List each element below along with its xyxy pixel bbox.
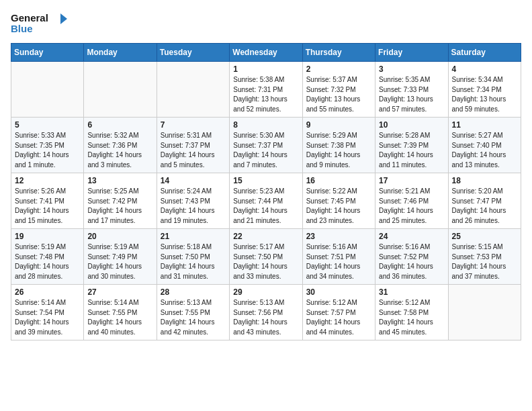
daylight-text: Daylight: 14 hours and 21 minutes. xyxy=(233,207,287,224)
calendar-cell: 13 Sunrise: 5:25 AM Sunset: 7:42 PM Dayl… xyxy=(84,173,157,229)
calendar-cell: 4 Sunrise: 5:34 AM Sunset: 7:34 PM Dayli… xyxy=(448,62,521,118)
calendar-cell: 5 Sunrise: 5:33 AM Sunset: 7:35 PM Dayli… xyxy=(11,118,84,173)
sunrise-text: Sunrise: 5:29 AM xyxy=(306,132,357,139)
calendar-cell: 26 Sunrise: 5:14 AM Sunset: 7:54 PM Dayl… xyxy=(11,285,84,340)
daylight-text: Daylight: 14 hours and 28 minutes. xyxy=(15,263,69,280)
sunrise-text: Sunrise: 5:33 AM xyxy=(15,132,66,139)
svg-text:General: General xyxy=(11,12,48,24)
calendar-cell: 20 Sunrise: 5:19 AM Sunset: 7:49 PM Dayl… xyxy=(84,229,157,285)
day-info: Sunrise: 5:12 AM Sunset: 7:58 PM Dayligh… xyxy=(379,298,444,337)
weekday-header-row: SundayMondayTuesdayWednesdayThursdayFrid… xyxy=(11,44,521,62)
day-info: Sunrise: 5:35 AM Sunset: 7:33 PM Dayligh… xyxy=(379,75,444,114)
sunrise-text: Sunrise: 5:38 AM xyxy=(233,76,284,83)
calendar-cell: 19 Sunrise: 5:19 AM Sunset: 7:48 PM Dayl… xyxy=(11,229,84,285)
day-number: 3 xyxy=(379,64,444,74)
day-info: Sunrise: 5:26 AM Sunset: 7:41 PM Dayligh… xyxy=(15,187,80,226)
sunset-text: Sunset: 7:54 PM xyxy=(15,309,64,316)
day-info: Sunrise: 5:12 AM Sunset: 7:57 PM Dayligh… xyxy=(306,298,371,337)
daylight-text: Daylight: 14 hours and 3 minutes. xyxy=(87,151,142,169)
day-info: Sunrise: 5:37 AM Sunset: 7:32 PM Dayligh… xyxy=(306,75,371,114)
daylight-text: Daylight: 14 hours and 34 minutes. xyxy=(306,263,361,280)
day-info: Sunrise: 5:13 AM Sunset: 7:56 PM Dayligh… xyxy=(233,298,298,337)
daylight-text: Daylight: 14 hours and 33 minutes. xyxy=(233,263,287,280)
sunrise-text: Sunrise: 5:19 AM xyxy=(87,243,138,250)
daylight-text: Daylight: 14 hours and 37 minutes. xyxy=(452,263,506,280)
sunrise-text: Sunrise: 5:14 AM xyxy=(15,299,66,306)
sunset-text: Sunset: 7:51 PM xyxy=(306,253,356,261)
sunset-text: Sunset: 7:34 PM xyxy=(452,86,502,93)
sunrise-text: Sunrise: 5:18 AM xyxy=(161,243,212,250)
daylight-text: Daylight: 14 hours and 11 minutes. xyxy=(379,151,433,169)
day-number: 17 xyxy=(379,176,444,185)
day-number: 13 xyxy=(87,176,152,185)
sunrise-text: Sunrise: 5:26 AM xyxy=(15,187,66,195)
daylight-text: Daylight: 14 hours and 25 minutes. xyxy=(379,207,433,224)
day-info: Sunrise: 5:34 AM Sunset: 7:34 PM Dayligh… xyxy=(452,75,517,114)
day-info: Sunrise: 5:32 AM Sunset: 7:36 PM Dayligh… xyxy=(87,131,152,170)
day-number: 6 xyxy=(87,120,152,130)
weekday-header-thursday: Thursday xyxy=(302,44,375,62)
daylight-text: Daylight: 13 hours and 55 minutes. xyxy=(306,95,361,113)
sunrise-text: Sunrise: 5:16 AM xyxy=(379,243,430,250)
calendar-cell: 18 Sunrise: 5:20 AM Sunset: 7:47 PM Dayl… xyxy=(448,173,521,229)
calendar-cell: 9 Sunrise: 5:29 AM Sunset: 7:38 PM Dayli… xyxy=(302,118,375,173)
sunrise-text: Sunrise: 5:15 AM xyxy=(452,243,503,250)
calendar-cell xyxy=(84,62,157,118)
day-number: 28 xyxy=(161,287,226,297)
daylight-text: Daylight: 14 hours and 44 minutes. xyxy=(306,318,361,336)
sunset-text: Sunset: 7:39 PM xyxy=(379,142,429,149)
sunrise-text: Sunrise: 5:14 AM xyxy=(87,299,138,306)
day-info: Sunrise: 5:19 AM Sunset: 7:48 PM Dayligh… xyxy=(15,242,80,281)
daylight-text: Daylight: 13 hours and 52 minutes. xyxy=(233,95,287,113)
calendar-cell: 11 Sunrise: 5:27 AM Sunset: 7:40 PM Dayl… xyxy=(448,118,521,173)
daylight-text: Daylight: 14 hours and 5 minutes. xyxy=(161,151,215,169)
day-info: Sunrise: 5:33 AM Sunset: 7:35 PM Dayligh… xyxy=(15,131,80,170)
sunset-text: Sunset: 7:31 PM xyxy=(233,86,283,93)
day-number: 5 xyxy=(15,120,80,130)
sunrise-text: Sunrise: 5:12 AM xyxy=(379,299,430,306)
sunset-text: Sunset: 7:52 PM xyxy=(379,253,429,261)
sunrise-text: Sunrise: 5:16 AM xyxy=(306,243,357,250)
calendar-cell: 30 Sunrise: 5:12 AM Sunset: 7:57 PM Dayl… xyxy=(302,285,375,340)
sunrise-text: Sunrise: 5:23 AM xyxy=(233,187,284,195)
day-number: 27 xyxy=(87,287,152,297)
day-info: Sunrise: 5:14 AM Sunset: 7:54 PM Dayligh… xyxy=(15,298,80,337)
calendar-cell: 21 Sunrise: 5:18 AM Sunset: 7:50 PM Dayl… xyxy=(157,229,229,285)
calendar-cell: 15 Sunrise: 5:23 AM Sunset: 7:44 PM Dayl… xyxy=(230,173,302,229)
sunrise-text: Sunrise: 5:25 AM xyxy=(87,187,138,195)
weekday-header-wednesday: Wednesday xyxy=(230,44,302,62)
daylight-text: Daylight: 14 hours and 30 minutes. xyxy=(87,263,142,280)
calendar-cell: 22 Sunrise: 5:17 AM Sunset: 7:50 PM Dayl… xyxy=(230,229,302,285)
calendar-cell: 10 Sunrise: 5:28 AM Sunset: 7:39 PM Dayl… xyxy=(375,118,448,173)
calendar-cell: 31 Sunrise: 5:12 AM Sunset: 7:58 PM Dayl… xyxy=(375,285,448,340)
day-info: Sunrise: 5:15 AM Sunset: 7:53 PM Dayligh… xyxy=(452,242,517,281)
daylight-text: Daylight: 14 hours and 9 minutes. xyxy=(306,151,361,169)
sunset-text: Sunset: 7:41 PM xyxy=(15,197,64,205)
sunrise-text: Sunrise: 5:19 AM xyxy=(15,243,66,250)
sunset-text: Sunset: 7:42 PM xyxy=(87,197,137,205)
daylight-text: Daylight: 14 hours and 43 minutes. xyxy=(233,318,287,336)
day-info: Sunrise: 5:13 AM Sunset: 7:55 PM Dayligh… xyxy=(161,298,226,337)
sunset-text: Sunset: 7:57 PM xyxy=(306,309,356,316)
sunrise-text: Sunrise: 5:12 AM xyxy=(306,299,357,306)
sunrise-text: Sunrise: 5:34 AM xyxy=(452,76,503,83)
daylight-text: Daylight: 14 hours and 13 minutes. xyxy=(452,151,506,169)
calendar-week-row: 19 Sunrise: 5:19 AM Sunset: 7:48 PM Dayl… xyxy=(11,229,521,285)
sunset-text: Sunset: 7:47 PM xyxy=(452,197,502,205)
sunrise-text: Sunrise: 5:30 AM xyxy=(233,132,284,139)
daylight-text: Daylight: 14 hours and 45 minutes. xyxy=(379,318,433,336)
calendar-cell: 3 Sunrise: 5:35 AM Sunset: 7:33 PM Dayli… xyxy=(375,62,448,118)
calendar-week-row: 12 Sunrise: 5:26 AM Sunset: 7:41 PM Dayl… xyxy=(11,173,521,229)
day-number: 21 xyxy=(161,232,226,241)
sunset-text: Sunset: 7:53 PM xyxy=(452,253,502,261)
sunrise-text: Sunrise: 5:22 AM xyxy=(306,187,357,195)
sunset-text: Sunset: 7:32 PM xyxy=(306,86,356,93)
day-number: 31 xyxy=(379,287,444,297)
day-info: Sunrise: 5:20 AM Sunset: 7:47 PM Dayligh… xyxy=(452,187,517,226)
sunrise-text: Sunrise: 5:21 AM xyxy=(379,187,430,195)
calendar-cell: 12 Sunrise: 5:26 AM Sunset: 7:41 PM Dayl… xyxy=(11,173,84,229)
calendar-cell: 29 Sunrise: 5:13 AM Sunset: 7:56 PM Dayl… xyxy=(230,285,302,340)
sunset-text: Sunset: 7:56 PM xyxy=(233,309,283,316)
daylight-text: Daylight: 14 hours and 31 minutes. xyxy=(161,263,215,280)
sunset-text: Sunset: 7:49 PM xyxy=(87,253,137,261)
